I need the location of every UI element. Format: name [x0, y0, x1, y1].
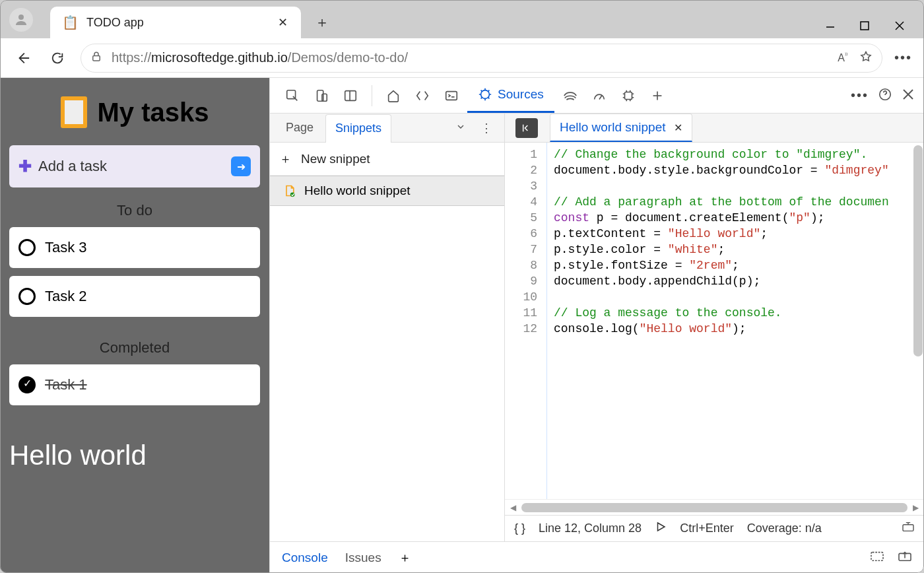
favorite-icon[interactable] — [859, 50, 873, 66]
performance-tab-icon[interactable] — [586, 83, 612, 109]
task-item[interactable]: Task 2 — [9, 276, 260, 317]
devtools-drawer: Console Issues ＋ — [270, 541, 924, 573]
close-window-button[interactable] — [894, 20, 906, 32]
checkbox-icon[interactable] — [18, 288, 36, 305]
completed-heading: Completed — [9, 339, 260, 356]
inspect-icon[interactable] — [279, 83, 306, 109]
pretty-print-icon[interactable]: { } — [514, 522, 525, 535]
device-icon[interactable] — [308, 83, 335, 109]
close-file-icon[interactable]: ✕ — [674, 121, 682, 134]
coverage-status: Coverage: n/a — [747, 522, 822, 535]
scroll-right-icon[interactable]: ▶ — [913, 503, 919, 512]
lock-icon — [90, 51, 102, 65]
snippets-tab[interactable]: Snippets — [325, 114, 391, 143]
svg-point-0 — [18, 15, 24, 20]
memory-tab-icon[interactable] — [615, 83, 642, 109]
reload-button[interactable] — [46, 47, 69, 69]
window-controls — [825, 20, 924, 32]
editor-status-bar: { } Line 12, Column 28 Ctrl+Enter Covera… — [505, 515, 924, 541]
svg-rect-21 — [903, 525, 913, 531]
code-editor[interactable]: 123456789101112 // Change the background… — [505, 143, 924, 499]
vertical-scrollbar[interactable] — [913, 145, 923, 356]
tab-title: TODO app — [86, 16, 271, 30]
maximize-button[interactable] — [859, 20, 870, 32]
drawer-expand-icon[interactable] — [898, 550, 912, 565]
profile-avatar[interactable] — [9, 8, 33, 32]
svg-point-12 — [481, 90, 490, 99]
navigator-pane: Page Snippets ⋮ ＋ New snippet Hello worl… — [270, 114, 505, 541]
horizontal-scrollbar[interactable] — [521, 503, 908, 512]
cursor-position: Line 12, Column 28 — [539, 522, 642, 535]
snippet-list-item[interactable]: Hello world snippet — [270, 176, 504, 206]
source-map-icon[interactable] — [902, 522, 915, 535]
elements-tab-icon[interactable] — [409, 83, 436, 109]
svg-rect-5 — [93, 55, 100, 61]
task-label: Task 3 — [45, 239, 87, 256]
read-aloud-icon[interactable]: A⁾⁾ — [838, 51, 847, 64]
run-snippet-button[interactable] — [655, 521, 667, 536]
horizontal-scrollbar-row: ◀ ▶ — [505, 499, 924, 515]
svg-rect-11 — [446, 91, 457, 100]
address-bar[interactable]: https://microsoftedge.github.io/Demos/de… — [81, 44, 882, 73]
devtools-pane: Sources ••• Page Snippets — [269, 78, 924, 573]
new-snippet-label: New snippet — [301, 152, 370, 166]
toggle-navigator-button[interactable] — [515, 118, 538, 138]
minimize-button[interactable] — [825, 20, 836, 32]
scroll-left-icon[interactable]: ◀ — [510, 503, 516, 512]
task-item[interactable]: Task 3 — [9, 227, 260, 268]
task-item-completed[interactable]: Task 1 — [9, 364, 260, 405]
add-task-input[interactable]: ✚ Add a task ➜ — [9, 145, 260, 187]
checkbox-checked-icon[interactable] — [18, 376, 36, 393]
nav-overflow-icon[interactable]: ⋮ — [475, 121, 498, 135]
more-tabs-button[interactable] — [644, 83, 671, 109]
help-icon[interactable] — [878, 87, 892, 104]
plus-icon: ✚ — [18, 157, 32, 176]
editor-file-tab[interactable]: Hello world snippet ✕ — [550, 114, 692, 142]
network-tab-icon[interactable] — [557, 83, 583, 109]
code-content[interactable]: // Change the background color to "dimgr… — [547, 143, 924, 499]
svg-rect-22 — [871, 553, 883, 561]
checkbox-icon[interactable] — [18, 239, 36, 256]
browser-tab[interactable]: 📋 TODO app ✕ — [50, 7, 301, 38]
devtools-menu-button[interactable]: ••• — [851, 88, 869, 103]
drawer-dock-icon[interactable] — [870, 550, 884, 565]
issues-drawer-tab[interactable]: Issues — [345, 551, 381, 565]
dock-icon[interactable] — [337, 83, 364, 109]
webpage-pane: My tasks ✚ Add a task ➜ To do Task 3 Tas… — [0, 78, 269, 573]
page-tab[interactable]: Page — [277, 114, 323, 142]
console-tab-icon[interactable] — [438, 83, 465, 109]
svg-rect-13 — [624, 92, 632, 99]
app-title: My tasks — [98, 98, 209, 127]
address-row: https://microsoftedge.github.io/Demos/de… — [0, 38, 924, 78]
app-header: My tasks — [9, 96, 260, 128]
url-text: https://microsoftedge.github.io/Demos/de… — [112, 50, 823, 65]
clipboard-icon: 📋 — [62, 15, 79, 30]
browser-menu-button[interactable]: ••• — [894, 50, 912, 65]
sources-tab[interactable]: Sources — [467, 78, 554, 113]
close-tab-icon[interactable]: ✕ — [278, 15, 288, 30]
line-gutter: 123456789101112 — [505, 143, 547, 499]
add-drawer-tab-icon[interactable]: ＋ — [399, 549, 411, 566]
svg-rect-2 — [861, 22, 869, 30]
back-button[interactable] — [12, 47, 34, 69]
task-label: Task 2 — [45, 288, 87, 305]
welcome-tab-icon[interactable] — [380, 83, 407, 109]
navigator-tabs: Page Snippets ⋮ — [270, 114, 504, 143]
editor-tab-strip: Hello world snippet ✕ — [505, 114, 924, 143]
clipboard-icon — [61, 96, 87, 128]
submit-task-button[interactable]: ➜ — [231, 156, 251, 176]
task-label: Task 1 — [45, 376, 87, 393]
console-drawer-tab[interactable]: Console — [282, 551, 328, 565]
more-nav-tabs-icon[interactable] — [449, 121, 473, 135]
new-tab-button[interactable]: ＋ — [309, 9, 335, 36]
close-devtools-button[interactable] — [902, 88, 915, 104]
new-snippet-button[interactable]: ＋ New snippet — [270, 143, 504, 176]
devtools-toolbar: Sources ••• — [270, 78, 924, 114]
editor-pane: Hello world snippet ✕ 123456789101112 //… — [505, 114, 924, 541]
add-task-placeholder: Add a task — [38, 158, 107, 175]
file-tab-label: Hello world snippet — [560, 120, 666, 135]
plus-icon: ＋ — [279, 151, 292, 168]
window-titlebar: 📋 TODO app ✕ ＋ — [0, 0, 924, 38]
snippet-file-icon — [283, 184, 296, 198]
todo-heading: To do — [9, 202, 260, 219]
